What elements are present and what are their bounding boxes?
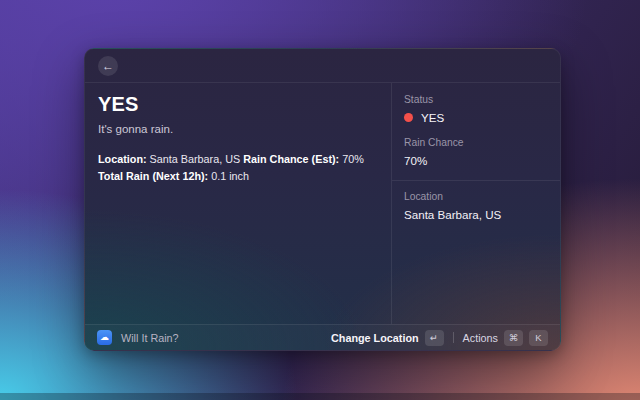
change-location-label: Change Location <box>331 332 419 344</box>
rain-chance-value: 70% <box>342 153 364 165</box>
wallpaper-bottom-band <box>0 393 640 400</box>
window-content: YES It's gonna rain. Location: Santa Bar… <box>85 83 560 324</box>
rain-chance-meta-label: Rain Chance <box>404 137 548 148</box>
raycast-window: ← YES It's gonna rain. Location: Santa B… <box>84 48 561 351</box>
result-detail-pane: YES It's gonna rain. Location: Santa Bar… <box>85 83 391 324</box>
window-header: ← <box>85 49 560 83</box>
result-subtitle: It's gonna rain. <box>98 123 369 135</box>
footer-actions: Change Location ↵ Actions ⌘ K <box>331 330 548 346</box>
change-location-button[interactable]: Change Location ↵ <box>331 330 444 346</box>
status-row: YES <box>404 111 548 124</box>
actions-label: Actions <box>463 332 498 344</box>
cmd-key-badge: ⌘ <box>504 330 523 346</box>
status-label: Status <box>404 94 548 105</box>
metadata-sidebar: Status YES Rain Chance 70% Location Sant… <box>391 83 560 324</box>
app-name: Will It Rain? <box>121 332 179 344</box>
rain-chance-label: Rain Chance (Est): <box>243 153 339 165</box>
app-chip: ☁ Will It Rain? <box>97 330 179 345</box>
result-heading: YES <box>98 93 369 116</box>
result-details: Location: Santa Barbara, US Rain Chance … <box>98 151 369 186</box>
location-meta-value: Santa Barbara, US <box>404 208 548 221</box>
total-rain-value: 0.1 inch <box>211 170 249 182</box>
back-button[interactable]: ← <box>98 56 118 76</box>
status-dot-icon <box>404 113 413 122</box>
window-footer: ☁ Will It Rain? Change Location ↵ Action… <box>85 324 560 350</box>
location-value: Santa Barbara, US <box>150 153 241 165</box>
footer-separator <box>453 332 454 343</box>
return-key-badge: ↵ <box>425 330 444 346</box>
location-label: Location: <box>98 153 147 165</box>
cloud-icon: ☁ <box>97 330 112 345</box>
total-rain-label: Total Rain (Next 12h): <box>98 170 208 182</box>
actions-button[interactable]: Actions ⌘ K <box>463 330 548 346</box>
location-meta-label: Location <box>404 191 548 202</box>
rain-chance-meta-value: 70% <box>404 154 548 167</box>
sidebar-divider <box>392 180 560 181</box>
back-arrow-icon: ← <box>102 56 114 76</box>
k-key-badge: K <box>529 330 548 346</box>
status-value: YES <box>421 111 444 124</box>
